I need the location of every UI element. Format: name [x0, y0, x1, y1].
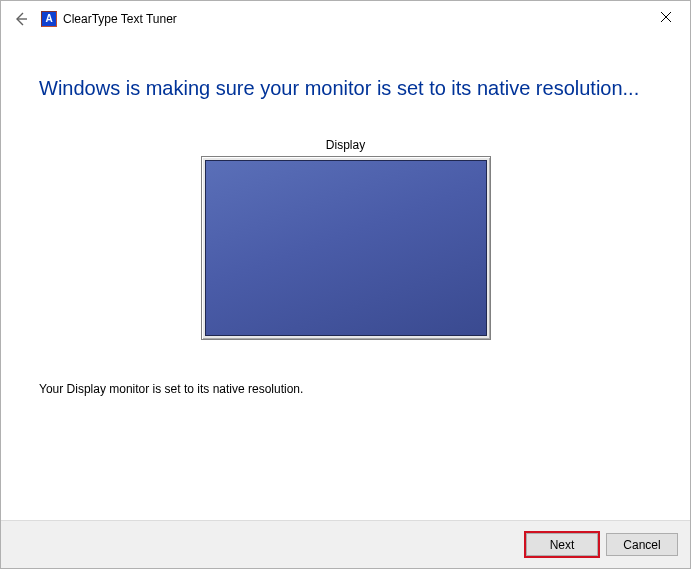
app-icon: A [41, 11, 57, 27]
monitor-frame [201, 156, 491, 340]
next-button[interactable]: Next [526, 533, 598, 556]
cancel-button[interactable]: Cancel [606, 533, 678, 556]
wizard-window: A ClearType Text Tuner Windows is making… [0, 0, 691, 569]
display-label: Display [39, 138, 652, 152]
content-area: Windows is making sure your monitor is s… [1, 37, 690, 520]
window-title: ClearType Text Tuner [63, 12, 177, 26]
monitor-screen-icon [205, 160, 487, 336]
status-text: Your Display monitor is set to its nativ… [39, 382, 652, 396]
display-preview: Display [39, 138, 652, 340]
back-arrow-icon [13, 11, 29, 27]
close-icon [661, 12, 671, 22]
page-heading: Windows is making sure your monitor is s… [39, 77, 652, 100]
close-button[interactable] [648, 5, 684, 29]
footer-bar: Next Cancel [1, 520, 690, 568]
back-button[interactable] [9, 7, 33, 31]
titlebar: A ClearType Text Tuner [1, 1, 690, 37]
